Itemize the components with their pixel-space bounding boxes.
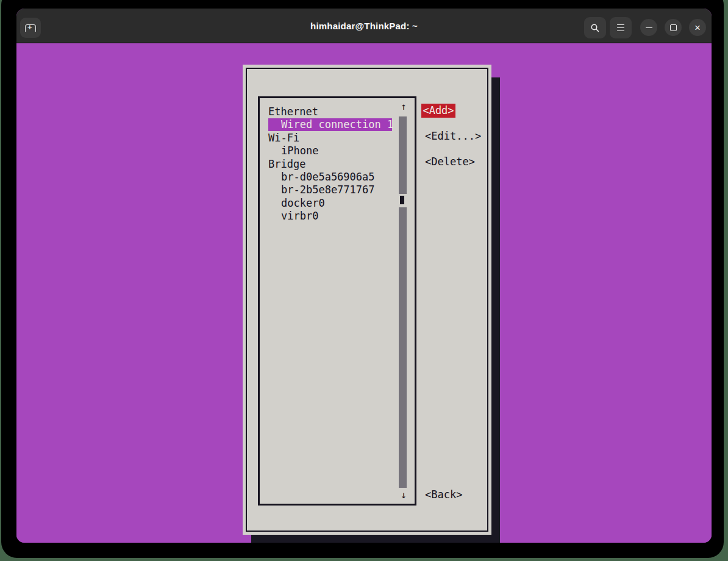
scrollbar-track-lower[interactable] xyxy=(399,207,407,488)
connection-group-label: Ethernet xyxy=(268,105,318,118)
close-icon: × xyxy=(694,23,701,33)
scroll-up-icon[interactable]: ↑ xyxy=(399,100,409,113)
scroll-down-icon[interactable]: ↓ xyxy=(399,488,409,501)
minimize-icon xyxy=(646,27,652,28)
connection-item[interactable]: Wired connection 1 xyxy=(268,118,392,131)
maximize-button[interactable] xyxy=(665,19,682,36)
back-button[interactable]: <Back> xyxy=(425,488,462,501)
maximize-icon xyxy=(670,24,677,31)
connection-item[interactable]: virbr0 xyxy=(268,210,318,223)
nmtui-dialog: ↑ ↓ EthernetWired connection 1Wi-FiiPhon… xyxy=(243,65,491,535)
connection-group-label: Wi-Fi xyxy=(268,132,299,145)
hamburger-menu-icon xyxy=(617,24,624,32)
menu-button[interactable] xyxy=(610,17,632,38)
close-button[interactable]: × xyxy=(689,19,706,36)
connection-item[interactable]: iPhone xyxy=(268,145,318,157)
titlebar: + himhaidar@ThinkPad: ~ × xyxy=(16,9,712,43)
connection-item[interactable]: br-d0e5a56906a5 xyxy=(268,171,375,184)
add-button[interactable]: <Add> xyxy=(421,104,455,118)
connection-item[interactable]: br-2b5e8e771767 xyxy=(268,184,375,196)
terminal-window: + himhaidar@ThinkPad: ~ × xyxy=(16,9,712,543)
minimize-button[interactable] xyxy=(640,19,657,36)
connection-item[interactable]: docker0 xyxy=(268,197,325,210)
delete-button[interactable]: <Delete> xyxy=(425,155,475,168)
connection-list: ↑ ↓ EthernetWired connection 1Wi-FiiPhon… xyxy=(258,96,416,506)
terminal-viewport[interactable]: ↑ ↓ EthernetWired connection 1Wi-FiiPhon… xyxy=(16,43,712,543)
scrollbar-thumb[interactable] xyxy=(400,196,404,204)
edit-button[interactable]: <Edit...> xyxy=(425,130,481,143)
search-icon xyxy=(590,23,600,33)
window-title: himhaidar@ThinkPad: ~ xyxy=(16,21,712,31)
connection-group-label: Bridge xyxy=(268,158,305,171)
scrollbar-track-upper[interactable] xyxy=(399,116,407,194)
search-button[interactable] xyxy=(584,17,606,38)
